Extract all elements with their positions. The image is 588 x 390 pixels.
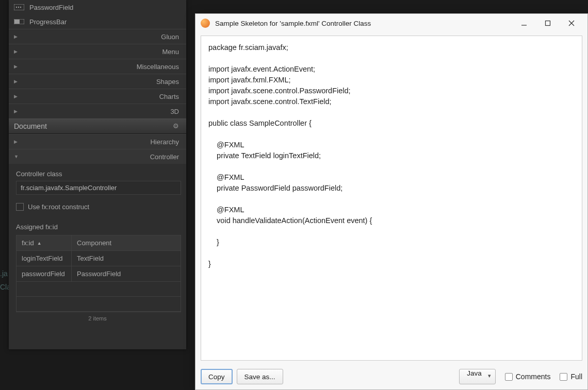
category-miscellaneous[interactable]: ▶Miscellaneous — [9, 59, 186, 74]
chevron-right-icon: ▶ — [14, 94, 22, 99]
svg-point-2 — [18, 7, 19, 8]
chevron-right-icon: ▶ — [14, 109, 22, 114]
chevron-right-icon: ▶ — [14, 79, 22, 84]
library-item-progressbar[interactable]: ProgressBar — [9, 14, 186, 29]
passwordfield-icon — [14, 4, 24, 11]
minimize-button[interactable] — [512, 15, 536, 31]
controller-class-input[interactable] — [16, 181, 181, 195]
fxid-table: fx:id▲ Component loginTextField TextFiel… — [16, 235, 181, 312]
svg-point-3 — [20, 7, 21, 8]
hierarchy-tab[interactable]: ▶Hierarchy — [9, 134, 186, 149]
library-item-label: ProgressBar — [29, 18, 67, 26]
dialog-titlebar[interactable]: Sample Skeleton for 'sample.fxml' Contro… — [195, 14, 587, 32]
sort-asc-icon: ▲ — [37, 241, 42, 246]
fxroot-label: Use fx:root construct — [28, 203, 89, 211]
chevron-right-icon: ▶ — [14, 64, 22, 69]
category-menu[interactable]: ▶Menu — [9, 44, 186, 59]
library-item-passwordfield[interactable]: PasswordField — [9, 0, 186, 14]
gear-icon[interactable]: ⚙ — [173, 122, 181, 130]
comments-checkbox[interactable]: Comments — [505, 372, 551, 381]
app-icon — [201, 19, 210, 28]
chevron-down-icon: ▼ — [14, 154, 22, 159]
skeleton-dialog: Sample Skeleton for 'sample.fxml' Contro… — [195, 13, 588, 390]
category-shapes[interactable]: ▶Shapes — [9, 74, 186, 89]
category-3d[interactable]: ▶3D — [9, 104, 186, 118]
language-select[interactable]: Java — [459, 369, 496, 384]
svg-point-1 — [16, 7, 17, 8]
column-component[interactable]: Component — [72, 235, 181, 250]
category-gluon[interactable]: ▶Gluon — [9, 29, 186, 44]
dialog-title: Sample Skeleton for 'sample.fxml' Contro… — [215, 20, 512, 27]
progressbar-icon — [14, 18, 24, 25]
dialog-button-bar: Copy Save as... Java Comments Full — [195, 364, 587, 389]
table-row[interactable]: loginTextField TextField — [17, 251, 181, 266]
chevron-right-icon: ▶ — [14, 139, 22, 144]
controller-tab[interactable]: ▼Controller — [9, 149, 186, 164]
fxroot-checkbox-row[interactable]: Use fx:root construct — [16, 203, 179, 211]
column-fxid[interactable]: fx:id▲ — [17, 235, 72, 250]
copy-button[interactable]: Copy — [201, 369, 233, 384]
checkbox-icon[interactable] — [560, 373, 567, 381]
table-row-empty — [17, 282, 181, 297]
controller-class-label: Controller class — [16, 170, 179, 178]
library-item-label: PasswordField — [29, 4, 73, 11]
document-section-header[interactable]: Document ⚙ — [9, 118, 186, 134]
table-row[interactable]: passwordField PasswordField — [17, 266, 181, 282]
code-preview[interactable]: package fr.sciam.javafx; import javafx.e… — [201, 36, 582, 361]
checkbox-icon[interactable] — [505, 373, 513, 381]
chevron-right-icon: ▶ — [14, 34, 22, 39]
svg-rect-7 — [546, 21, 550, 26]
svg-rect-5 — [14, 20, 20, 24]
controller-pane: Controller class Use fx:root construct A… — [9, 164, 186, 331]
table-row-empty — [17, 297, 181, 312]
chevron-right-icon: ▶ — [14, 49, 22, 54]
close-button[interactable] — [560, 15, 583, 31]
table-header: fx:id▲ Component — [17, 235, 181, 251]
assigned-fxid-label: Assigned fx:id — [16, 223, 179, 231]
maximize-button[interactable] — [536, 15, 560, 31]
category-charts[interactable]: ▶Charts — [9, 89, 186, 104]
full-checkbox[interactable]: Full — [560, 372, 582, 381]
table-footer-count: 2 items — [16, 312, 179, 325]
save-as-button[interactable]: Save as... — [237, 369, 283, 384]
checkbox-icon[interactable] — [16, 203, 24, 211]
scene-builder-panel: PasswordField ProgressBar ▶Gluon ▶Menu ▶… — [9, 0, 186, 349]
